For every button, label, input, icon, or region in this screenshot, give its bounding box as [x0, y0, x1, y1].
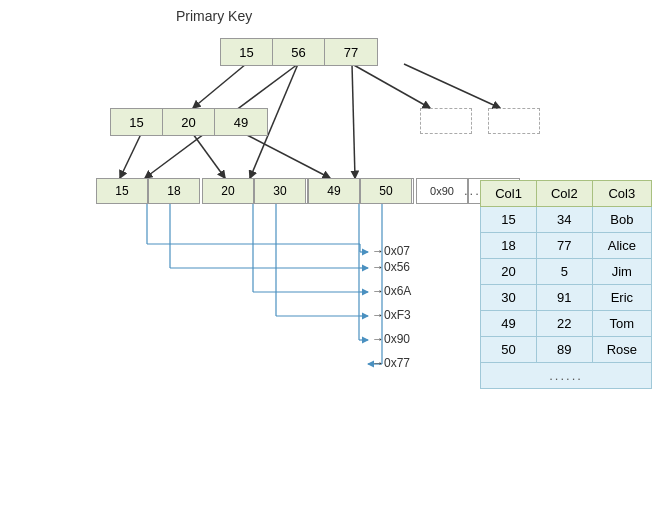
- ptr-label-2: →0x6A: [372, 284, 411, 298]
- cell-2-0: 20: [481, 259, 537, 285]
- cell-1-2: Alice: [592, 233, 651, 259]
- leaf-2-addr-0: 0x90: [416, 178, 468, 204]
- root-cell-2: 77: [325, 39, 377, 65]
- leaf-2-key-1: 50: [360, 178, 412, 204]
- cell-3-2: Eric: [592, 285, 651, 311]
- cell-5-0: 50: [481, 337, 537, 363]
- data-table: Col1 Col2 Col3 15 34 Bob 18 77 Alice 20 …: [480, 180, 652, 389]
- table-row: 15 34 Bob: [481, 207, 652, 233]
- svg-line-4: [352, 64, 430, 108]
- svg-line-3: [352, 64, 355, 178]
- dashed-box-2: [488, 108, 540, 134]
- cell-3-0: 30: [481, 285, 537, 311]
- table-row: 30 91 Eric: [481, 285, 652, 311]
- cell-2-2: Jim: [592, 259, 651, 285]
- cell-0-2: Bob: [592, 207, 651, 233]
- level2-cell-1: 20: [163, 109, 215, 135]
- cell-1-0: 18: [481, 233, 537, 259]
- level2-node: 15 20 49: [110, 108, 268, 136]
- diagram-container: Primary Key: [0, 0, 672, 529]
- svg-line-5: [404, 64, 500, 108]
- table-row: 50 89 Rose: [481, 337, 652, 363]
- leaf-0-key-1: 18: [148, 178, 200, 204]
- cell-2-1: 5: [536, 259, 592, 285]
- table-row: 20 5 Jim: [481, 259, 652, 285]
- cell-4-1: 22: [536, 311, 592, 337]
- col-header-0: Col1: [481, 181, 537, 207]
- ptr-label-3: →0xF3: [372, 308, 411, 322]
- svg-line-0: [193, 64, 246, 108]
- ptr-label-0: →0x07: [372, 244, 410, 258]
- col-header-2: Col3: [592, 181, 651, 207]
- table-dots: ......: [481, 363, 652, 389]
- table-row: 49 22 Tom: [481, 311, 652, 337]
- cell-0-1: 34: [536, 207, 592, 233]
- table-row-dots: ......: [481, 363, 652, 389]
- leaf-2-key-0: 49: [308, 178, 360, 204]
- cell-3-1: 91: [536, 285, 592, 311]
- ptr-label-5: →0x77: [372, 356, 410, 370]
- leaf-1-key-0: 20: [202, 178, 254, 204]
- ptr-label-1: →0x56: [372, 260, 410, 274]
- svg-line-8: [245, 134, 330, 178]
- cell-5-1: 89: [536, 337, 592, 363]
- level2-cell-0: 15: [111, 109, 163, 135]
- leaf-1-key-1: 30: [254, 178, 306, 204]
- svg-line-6: [120, 134, 141, 178]
- col-header-1: Col2: [536, 181, 592, 207]
- ptr-label-4: →0x90: [372, 332, 410, 346]
- root-node: 15 56 77: [220, 38, 378, 66]
- cell-4-0: 49: [481, 311, 537, 337]
- cell-1-1: 77: [536, 233, 592, 259]
- cell-4-2: Tom: [592, 311, 651, 337]
- dashed-box-1: [420, 108, 472, 134]
- cell-5-2: Rose: [592, 337, 651, 363]
- table-row: 18 77 Alice: [481, 233, 652, 259]
- root-cell-0: 15: [221, 39, 273, 65]
- root-cell-1: 56: [273, 39, 325, 65]
- leaf-0-key-0: 15: [96, 178, 148, 204]
- cell-0-0: 15: [481, 207, 537, 233]
- page-title: Primary Key: [176, 8, 252, 24]
- level2-cell-2: 49: [215, 109, 267, 135]
- svg-line-7: [193, 134, 225, 178]
